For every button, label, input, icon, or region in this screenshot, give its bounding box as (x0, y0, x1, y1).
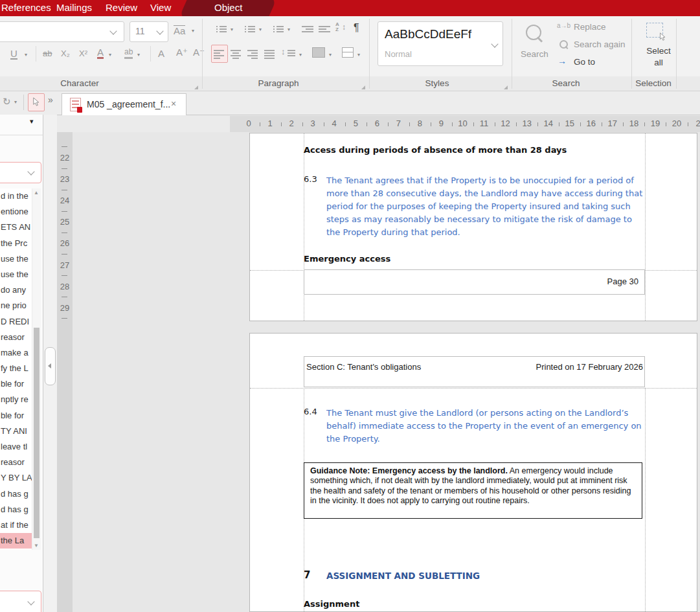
clause-number[interactable]: 6.4 (304, 407, 317, 416)
list-item[interactable]: make a (0, 345, 32, 361)
section-number[interactable]: 7 (304, 569, 310, 581)
chevron-down-icon[interactable]: ▾ (109, 52, 111, 58)
goto-button[interactable]: Go to (574, 57, 595, 67)
chevron-down-icon[interactable]: ▾ (137, 52, 140, 58)
dialog-launcher-styles[interactable] (504, 85, 508, 89)
list-item[interactable]: fy the L (0, 361, 32, 376)
chevron-down-icon[interactable] (491, 40, 498, 47)
chevron-down-icon[interactable]: ▾ (192, 28, 194, 34)
list-item[interactable]: the Prc (0, 236, 32, 251)
chevron-down-icon[interactable] (27, 168, 34, 175)
clause-number[interactable]: 6.3 (304, 174, 317, 184)
select-all-icon[interactable] (646, 23, 663, 38)
font-color-icon[interactable]: A (97, 47, 104, 59)
bulleted-list-icon[interactable] (216, 25, 227, 32)
search-again-button[interactable]: Search again (574, 40, 626, 49)
highlight-icon[interactable]: ab (124, 47, 133, 59)
tab-references[interactable]: References (1, 2, 51, 13)
list-item[interactable]: Y BY LA (0, 470, 32, 486)
doc-subheading[interactable]: Assignment (304, 599, 359, 609)
list-item[interactable]: nptly re (0, 392, 32, 407)
horizontal-ruler-band[interactable]: 012345678910111213141516171819202 (230, 116, 700, 132)
sidebar-top-combobox[interactable] (0, 162, 41, 183)
vertical-ruler[interactable]: 2223242526272829 (57, 132, 73, 612)
shrink-font-icon[interactable]: A⁻ (193, 47, 205, 57)
clause-text[interactable]: The Tenant must give the Landlord (or pe… (326, 407, 645, 446)
tab-review[interactable]: Review (106, 2, 137, 13)
tab-object[interactable]: Object (214, 2, 242, 13)
font-size-combobox[interactable]: 11 (130, 21, 168, 42)
align-right-icon[interactable] (247, 49, 258, 59)
superscript-icon[interactable]: X² (79, 49, 87, 58)
list-item[interactable]: reasor (0, 455, 32, 470)
strikethrough-icon[interactable]: ab (43, 49, 52, 58)
formatting-marks-icon[interactable]: ¶ (354, 22, 359, 34)
chevron-down-icon[interactable] (109, 27, 117, 34)
select-all-button[interactable]: Select all (644, 45, 673, 69)
list-item[interactable]: use the (0, 267, 32, 282)
chevron-down-icon[interactable]: ▾ (299, 52, 302, 58)
chevron-down-icon[interactable] (27, 598, 34, 605)
chevron-down-icon[interactable]: ▾ (329, 52, 332, 58)
scroll-up-icon[interactable]: ▲ (34, 190, 39, 196)
doc-heading[interactable]: Access during periods of absence of more… (304, 145, 567, 155)
chevron-down-icon[interactable]: ▾ (259, 27, 262, 32)
clear-formatting-icon[interactable]: A (158, 49, 164, 58)
multilevel-list-icon[interactable] (273, 25, 284, 32)
change-case-icon[interactable]: Aa (174, 25, 185, 36)
list-item[interactable]: use the (0, 251, 32, 267)
list-item[interactable]: at if the (0, 517, 32, 533)
header-frame[interactable]: Section C: Tenant's obligations Printed … (304, 356, 645, 387)
replace-button[interactable]: Replace (574, 22, 606, 32)
redo-icon[interactable]: ↻ (3, 96, 11, 108)
list-item[interactable]: ble for (0, 408, 32, 424)
chevron-down-icon[interactable] (156, 27, 163, 34)
list-item[interactable]: d in the (0, 188, 32, 204)
chevron-down-icon[interactable]: ▾ (288, 27, 290, 32)
chevron-down-icon[interactable]: ▾ (231, 27, 233, 32)
underline-icon[interactable]: U (10, 49, 17, 60)
dialog-launcher-paragraph[interactable] (361, 85, 365, 89)
document-page-2[interactable]: Section C: Tenant's obligations Printed … (249, 333, 697, 612)
clause-text[interactable]: The Tenant agrees that if the Property i… (326, 174, 645, 239)
styles-gallery[interactable]: AaBbCcDdEeFf Normal (378, 21, 503, 66)
list-item[interactable]: TY ANI (0, 424, 32, 439)
pointer-tool-button[interactable] (28, 93, 45, 111)
scroll-down-icon[interactable]: ▼ (34, 543, 39, 549)
list-item[interactable]: the La (0, 533, 32, 549)
sidebar-scrollbar[interactable]: ▲ ▼ (32, 188, 41, 550)
panel-menu-icon[interactable]: ▾ (30, 117, 34, 126)
document-page-1[interactable]: Access during periods of absence of more… (249, 133, 697, 321)
tab-view[interactable]: View (150, 2, 171, 13)
search-icon[interactable] (526, 25, 541, 40)
chevron-down-icon[interactable]: ▾ (357, 52, 360, 58)
justify-icon[interactable] (264, 49, 275, 59)
chevron-down-icon[interactable]: ▾ (14, 99, 17, 105)
horizontal-ruler[interactable]: 012345678910111213141516171819202 (0, 115, 700, 132)
doc-subheading[interactable]: Emergency access (304, 254, 390, 264)
sort-icon[interactable]: AZ (335, 22, 339, 32)
list-item[interactable]: D REDI (0, 314, 32, 330)
align-left-icon[interactable] (214, 49, 224, 59)
font-name-combobox[interactable] (0, 21, 124, 42)
sidebar-bottom-combobox[interactable] (0, 591, 41, 612)
shading-icon[interactable] (312, 47, 325, 58)
subscript-icon[interactable]: X₂ (61, 49, 70, 58)
dialog-launcher-character[interactable] (194, 85, 198, 89)
list-item[interactable]: ble for (0, 376, 32, 392)
grow-font-icon[interactable]: A⁺ (176, 47, 188, 57)
close-icon[interactable]: × (171, 98, 176, 109)
align-center-icon[interactable] (231, 49, 241, 59)
list-item[interactable]: ne prio (0, 298, 32, 313)
search-button[interactable]: Search (521, 49, 548, 59)
sidebar-collapse-handle[interactable] (45, 347, 56, 385)
line-spacing-icon[interactable]: ↕ (281, 47, 286, 56)
list-item[interactable]: ETS AN (0, 220, 32, 235)
numbered-list-icon[interactable] (245, 25, 255, 32)
increase-indent-icon[interactable] (302, 25, 313, 32)
list-item[interactable]: d has g (0, 502, 32, 517)
document-tab[interactable]: M05 _agreement_f... × (62, 93, 186, 115)
list-item[interactable]: leave tl (0, 439, 32, 455)
scrollbar-thumb[interactable] (34, 328, 40, 538)
tab-mailings[interactable]: Mailings (56, 2, 92, 13)
